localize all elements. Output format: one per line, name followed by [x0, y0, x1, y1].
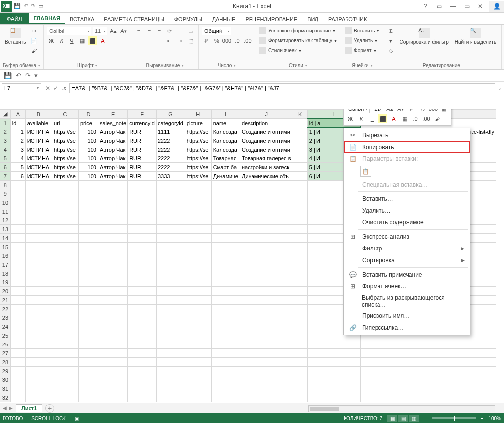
cell[interactable]: [240, 384, 293, 393]
cell[interactable]: 100: [78, 154, 98, 163]
cell[interactable]: 1: [10, 127, 25, 136]
cell[interactable]: настройки и запуск: [240, 163, 293, 172]
cell[interactable]: [293, 393, 307, 402]
qat-redo-icon[interactable]: ↷: [31, 3, 35, 9]
cell[interactable]: [98, 331, 127, 340]
zoom-level[interactable]: 100%: [488, 416, 501, 421]
row-header[interactable]: 3: [0, 136, 11, 145]
cell[interactable]: [211, 260, 240, 269]
cell[interactable]: [52, 331, 79, 340]
col-header[interactable]: D: [78, 110, 98, 119]
cell[interactable]: Автор Чак: [98, 163, 127, 172]
cell[interactable]: [240, 207, 293, 216]
cell[interactable]: [360, 349, 496, 358]
cell[interactable]: [10, 181, 25, 189]
cell[interactable]: [78, 305, 98, 313]
cell[interactable]: [211, 349, 240, 358]
cell[interactable]: [78, 251, 98, 260]
indent-dec-icon[interactable]: ⇤: [165, 36, 174, 45]
formula-input[interactable]: =A7&" | "&B7&" | "&C7&" | "&D7&" | "&E7&…: [69, 83, 495, 93]
cell[interactable]: [98, 243, 127, 251]
align-bottom-icon[interactable]: ≡: [155, 27, 164, 35]
merge-icon[interactable]: ⬚: [187, 36, 195, 45]
cell[interactable]: [10, 322, 25, 331]
cell[interactable]: [157, 313, 185, 322]
cell[interactable]: [185, 181, 211, 189]
restore-icon[interactable]: ▭: [460, 1, 473, 11]
cell[interactable]: [78, 384, 98, 393]
cell[interactable]: [293, 198, 307, 207]
cell[interactable]: [307, 384, 360, 393]
cell[interactable]: RUR: [128, 136, 157, 145]
cell[interactable]: [185, 393, 211, 402]
cell[interactable]: [52, 384, 79, 393]
cell[interactable]: [10, 251, 25, 260]
cell[interactable]: [157, 189, 185, 198]
mini-italic-button[interactable]: К: [357, 114, 366, 123]
cell[interactable]: [98, 181, 127, 189]
cell[interactable]: [211, 322, 240, 331]
cell[interactable]: RUR: [128, 145, 157, 154]
align-top-icon[interactable]: ≡: [134, 27, 143, 35]
cell[interactable]: [128, 313, 157, 322]
font-name-combo[interactable]: Calibri: [47, 27, 91, 35]
cell[interactable]: 2222: [157, 163, 185, 172]
cell[interactable]: [211, 278, 240, 287]
cell[interactable]: [185, 358, 211, 367]
cell[interactable]: ИСТИНА: [25, 154, 52, 163]
cell[interactable]: sales_note: [98, 119, 127, 127]
border-icon[interactable]: ▦: [78, 36, 87, 45]
row-header[interactable]: 30: [0, 375, 11, 384]
cell[interactable]: [307, 349, 360, 358]
cell[interactable]: [25, 269, 52, 278]
cell[interactable]: Динамиче: [211, 172, 240, 181]
row-header[interactable]: 12: [0, 216, 11, 225]
cell[interactable]: [293, 154, 307, 163]
cell[interactable]: [78, 260, 98, 269]
cell[interactable]: 100: [78, 145, 98, 154]
cell[interactable]: [25, 384, 52, 393]
col-header[interactable]: F: [128, 110, 157, 119]
cell[interactable]: [52, 349, 79, 358]
mini-painter-icon[interactable]: 🖌: [433, 114, 441, 123]
expand-formula-icon[interactable]: ⌄: [495, 85, 504, 91]
cell[interactable]: [157, 358, 185, 367]
tab-review[interactable]: РЕЦЕНЗИРОВАНИЕ: [240, 14, 302, 24]
cell[interactable]: [128, 216, 157, 225]
cell[interactable]: [293, 181, 307, 189]
cell[interactable]: [185, 331, 211, 340]
cell[interactable]: [25, 340, 52, 349]
row-header[interactable]: 21: [0, 296, 11, 305]
cell[interactable]: [185, 305, 211, 313]
cell[interactable]: [185, 278, 211, 287]
cell[interactable]: [360, 367, 496, 375]
mini-size-combo[interactable]: 11: [372, 109, 383, 113]
cell-styles-button[interactable]: Стили ячеек▾: [258, 46, 338, 54]
cell[interactable]: [10, 225, 25, 234]
row-header[interactable]: 18: [0, 269, 11, 278]
cell[interactable]: [128, 234, 157, 243]
cell[interactable]: [157, 251, 185, 260]
cell[interactable]: [25, 287, 52, 296]
col-header[interactable]: B: [25, 110, 52, 119]
cell[interactable]: [157, 269, 185, 278]
cell[interactable]: [78, 340, 98, 349]
cell[interactable]: [52, 207, 79, 216]
ctx-copy[interactable]: 📄Копировать: [344, 141, 470, 153]
cell[interactable]: Создание и оптими: [240, 127, 293, 136]
cell[interactable]: https://se: [52, 163, 79, 172]
row-header[interactable]: 10: [0, 198, 11, 207]
cell[interactable]: [78, 296, 98, 305]
cell[interactable]: Как созда: [211, 127, 240, 136]
cell[interactable]: [52, 216, 79, 225]
cell[interactable]: [52, 358, 79, 367]
cell[interactable]: [128, 349, 157, 358]
cell[interactable]: [98, 340, 127, 349]
col-header[interactable]: K: [293, 110, 307, 119]
cell[interactable]: [293, 189, 307, 198]
cell[interactable]: [293, 172, 307, 181]
cell[interactable]: [240, 181, 293, 189]
macro-record-icon[interactable]: ▣: [75, 416, 79, 421]
cell[interactable]: [307, 393, 360, 402]
align-middle-icon[interactable]: ≡: [145, 27, 154, 35]
